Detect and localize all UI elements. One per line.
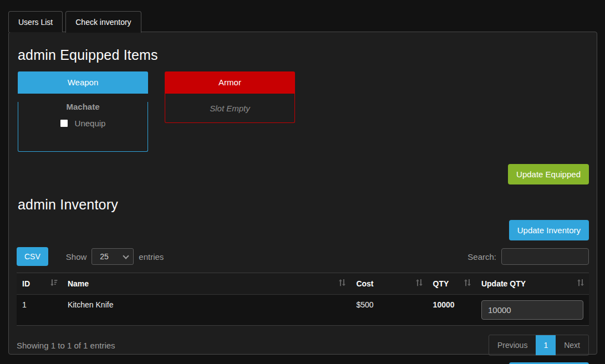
unequip-checkbox[interactable]	[60, 120, 68, 127]
entries-label: entries	[139, 252, 164, 262]
pagination-next-button[interactable]: Next	[556, 335, 588, 355]
armor-slot-empty-text: Slot Empty	[210, 104, 250, 113]
table-info-text: Showing 1 to 1 of 1 entries	[17, 341, 115, 350]
equipped-weapon-name: Machate	[18, 102, 148, 111]
update-qty-input[interactable]	[481, 300, 583, 320]
column-header-id[interactable]: ID	[17, 273, 62, 295]
pagination-previous-button[interactable]: Previous	[489, 335, 536, 355]
table-header-row: ID Name Cost	[17, 273, 589, 295]
search-group: Search:	[467, 248, 589, 265]
page-length-select[interactable]: 25	[92, 249, 133, 264]
sort-amount-asc-icon	[50, 279, 58, 286]
update-inventory-button-top[interactable]: Update Inventory	[509, 220, 589, 240]
weapon-slot-body: Machate Unequip	[18, 102, 148, 152]
cell-cost: $500	[350, 295, 427, 326]
update-equipped-button[interactable]: Update Equipped	[508, 164, 589, 184]
column-header-update-qty[interactable]: Update QTY	[476, 273, 589, 295]
check-inventory-panel: admin Equipped Items Weapon Machate Uneq…	[8, 32, 597, 355]
sort-both-icon	[338, 279, 346, 286]
table-row: 1 Kitchen Knife $500 10000	[17, 295, 589, 326]
cell-qty: 10000	[428, 295, 476, 326]
pagination-page-1-button[interactable]: 1	[536, 335, 556, 355]
page-length-group: Show 25 entries	[66, 248, 164, 265]
column-header-cost[interactable]: Cost	[350, 273, 427, 295]
armor-slot-header: Armor	[165, 71, 295, 94]
csv-export-button[interactable]: CSV	[17, 247, 48, 266]
weapon-slot-card: Weapon Machate Unequip	[18, 71, 148, 152]
column-header-name[interactable]: Name	[62, 273, 351, 295]
inventory-table: ID Name Cost	[17, 273, 589, 326]
column-header-qty[interactable]: QTY	[428, 273, 476, 295]
tab-bar: Users List Check inventory	[8, 11, 141, 33]
sort-both-icon	[577, 279, 584, 286]
inventory-title: admin Inventory	[18, 197, 589, 213]
tab-check-inventory[interactable]: Check inventory	[65, 11, 141, 33]
unequip-label: Unequip	[75, 119, 106, 128]
sort-both-icon	[464, 279, 471, 286]
search-input[interactable]	[501, 248, 589, 265]
sort-both-icon	[415, 279, 423, 286]
unequip-row: Unequip	[18, 119, 148, 128]
armor-slot-card: Armor Slot Empty	[165, 71, 295, 123]
equipped-items-title: admin Equipped Items	[18, 47, 589, 63]
equipped-slots: Weapon Machate Unequip Armor Slot Empty	[18, 71, 589, 152]
cell-id: 1	[17, 295, 62, 326]
table-footer-row: Showing 1 to 1 of 1 entries Previous 1 N…	[17, 335, 589, 356]
search-label: Search:	[467, 252, 496, 262]
tab-users-list[interactable]: Users List	[8, 11, 63, 32]
table-controls-row: CSV Show 25 entries Search:	[17, 247, 589, 266]
pagination: Previous 1 Next	[489, 335, 589, 356]
cell-name: Kitchen Knife	[62, 295, 351, 326]
armor-slot-body: Slot Empty	[165, 94, 295, 123]
show-label: Show	[66, 252, 87, 262]
weapon-slot-header: Weapon	[18, 71, 148, 94]
cell-update-qty	[476, 295, 589, 326]
page-length-select-wrap: 25	[91, 248, 134, 265]
